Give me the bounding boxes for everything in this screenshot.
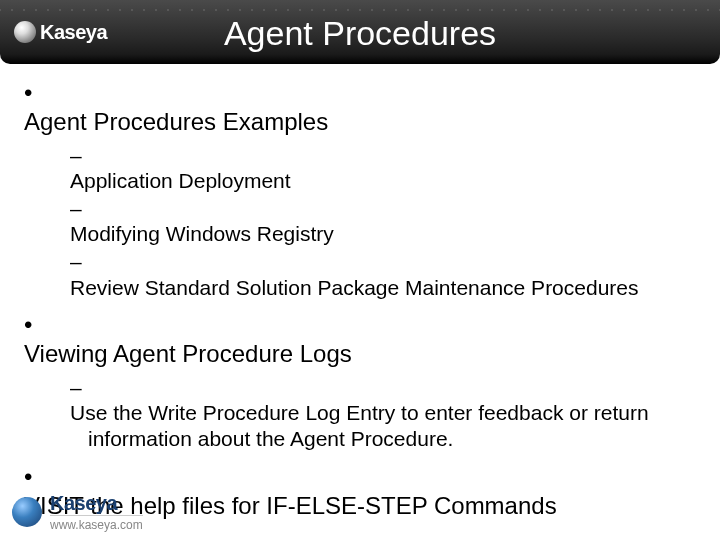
footer-orb-icon [12, 497, 42, 527]
bullet-text: Viewing Agent Procedure Logs [24, 339, 696, 368]
bullet-item: Agent Procedures Examples Application De… [24, 78, 696, 300]
sub-bullet-text: Application Deployment [70, 168, 696, 194]
bullet-item: Viewing Agent Procedure Logs Use the Wri… [24, 310, 696, 451]
footer-brand-text: Kaseya [50, 492, 143, 515]
bullet-text: Agent Procedures Examples [24, 107, 696, 136]
sub-bullet-item: Application Deployment [70, 143, 696, 194]
slide-footer: Kaseya www.kaseya.com [12, 492, 143, 532]
sub-bullet-item: Use the Write Procedure Log Entry to ent… [70, 375, 696, 452]
header-brand-text: Kaseya [40, 21, 107, 44]
header-logo: Kaseya [14, 21, 107, 44]
sub-bullet-text: Review Standard Solution Package Mainten… [70, 275, 696, 301]
sub-bullet-item: Review Standard Solution Package Mainten… [70, 249, 696, 300]
sub-bullet-text: Modifying Windows Registry [70, 221, 696, 247]
logo-orb-icon [14, 21, 36, 43]
footer-url-text: www.kaseya.com [50, 515, 143, 532]
sub-bullet-text: Use the Write Procedure Log Entry to ent… [70, 400, 696, 451]
sub-bullet-item: Modifying Windows Registry [70, 196, 696, 247]
header-dot-pattern [0, 0, 720, 20]
slide-header: Kaseya Agent Procedures [0, 0, 720, 64]
slide-body: Agent Procedures Examples Application De… [0, 64, 720, 520]
